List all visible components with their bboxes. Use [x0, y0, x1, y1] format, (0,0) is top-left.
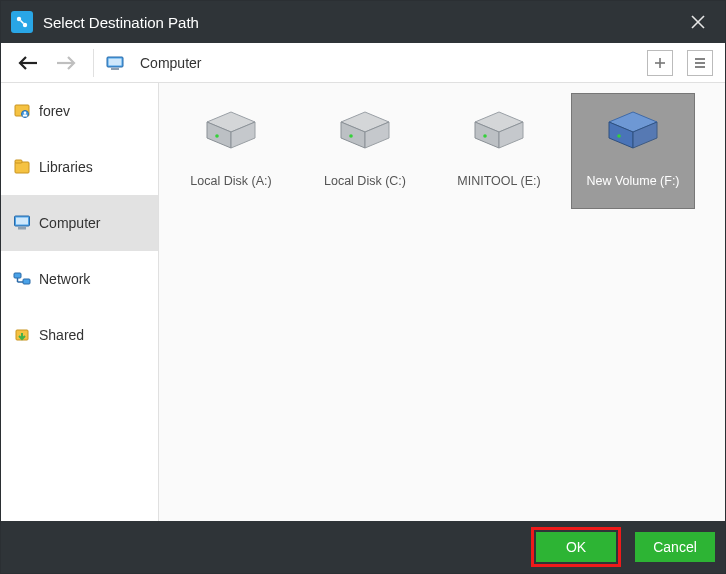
svg-rect-9 — [111, 68, 119, 70]
toolbar: Computer — [1, 43, 725, 83]
drive-icon — [471, 110, 527, 150]
drive-item[interactable]: Local Disk (C:) — [303, 93, 427, 209]
new-folder-button[interactable] — [647, 50, 673, 76]
network-icon — [13, 270, 31, 288]
svg-rect-22 — [18, 227, 26, 230]
drive-label: Local Disk (A:) — [190, 174, 271, 189]
ok-button[interactable]: OK — [536, 532, 616, 562]
svg-point-43 — [617, 134, 621, 138]
sidebar-item-label: forev — [39, 103, 70, 119]
close-button[interactable] — [681, 5, 715, 39]
svg-point-39 — [483, 134, 487, 138]
sidebar-item-forev[interactable]: forev — [1, 83, 158, 139]
view-list-button[interactable] — [687, 50, 713, 76]
svg-point-17 — [24, 112, 26, 114]
folder-icon — [13, 158, 31, 176]
computer-icon — [106, 56, 124, 70]
sidebar-item-computer[interactable]: Computer — [1, 195, 158, 251]
drive-label: MINITOOL (E:) — [457, 174, 540, 189]
app-icon — [11, 11, 33, 33]
user-folder-icon — [13, 102, 31, 120]
sidebar-item-shared[interactable]: Shared — [1, 307, 158, 363]
svg-rect-8 — [109, 58, 122, 65]
breadcrumb-path[interactable]: Computer — [140, 55, 633, 71]
drive-icon — [337, 110, 393, 150]
drive-item[interactable]: MINITOOL (E:) — [437, 93, 561, 209]
dialog-window: Select Destination Path Computer forevLi… — [0, 0, 726, 574]
sidebar-item-label: Shared — [39, 327, 84, 343]
sidebar: forevLibrariesComputerNetworkShared — [1, 83, 159, 521]
svg-line-2 — [21, 21, 24, 24]
back-button[interactable] — [13, 48, 43, 78]
ok-highlight: OK — [531, 527, 621, 567]
dialog-title: Select Destination Path — [43, 14, 681, 31]
forward-button[interactable] — [51, 48, 81, 78]
drive-grid: Local Disk (A:) Local Disk (C:) MINITOOL… — [159, 83, 725, 521]
svg-point-31 — [215, 134, 219, 138]
drive-item[interactable]: New Volume (F:) — [571, 93, 695, 209]
drive-item[interactable]: Local Disk (A:) — [169, 93, 293, 209]
footer: OK Cancel — [1, 521, 725, 573]
sidebar-item-label: Network — [39, 271, 90, 287]
shared-icon — [13, 326, 31, 344]
toolbar-separator — [93, 49, 94, 77]
drive-label: New Volume (F:) — [586, 174, 679, 189]
drive-icon — [605, 110, 661, 150]
drive-label: Local Disk (C:) — [324, 174, 406, 189]
svg-rect-24 — [23, 279, 30, 284]
drive-icon — [203, 110, 259, 150]
svg-rect-23 — [14, 273, 21, 278]
dialog-body: forevLibrariesComputerNetworkShared Loca… — [1, 83, 725, 521]
sidebar-item-libraries[interactable]: Libraries — [1, 139, 158, 195]
cancel-button[interactable]: Cancel — [635, 532, 715, 562]
sidebar-item-network[interactable]: Network — [1, 251, 158, 307]
titlebar: Select Destination Path — [1, 1, 725, 43]
computer-icon — [13, 214, 31, 232]
sidebar-item-label: Computer — [39, 215, 100, 231]
svg-rect-19 — [15, 160, 22, 163]
svg-point-35 — [349, 134, 353, 138]
svg-rect-18 — [15, 162, 29, 173]
svg-rect-21 — [16, 218, 28, 225]
sidebar-item-label: Libraries — [39, 159, 93, 175]
